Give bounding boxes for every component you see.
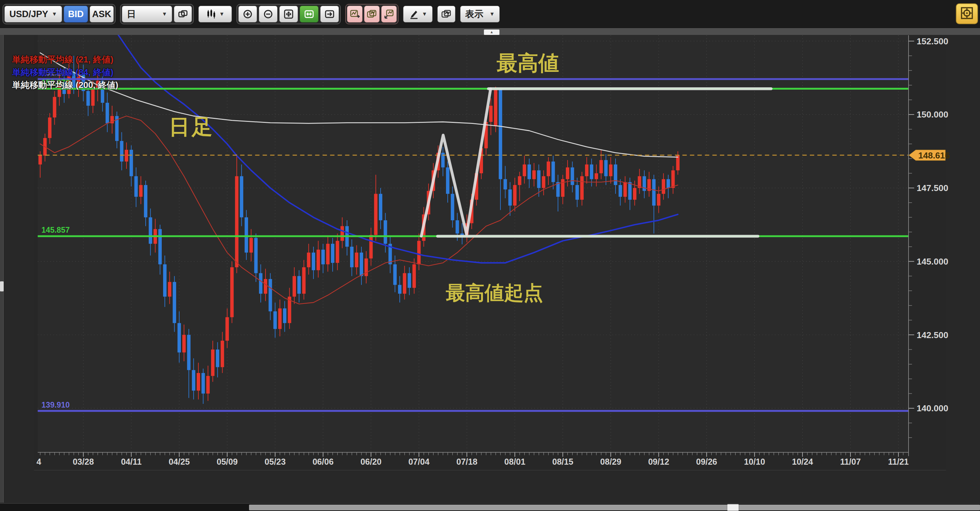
indicator-window-button[interactable]	[437, 6, 455, 22]
candle-body	[298, 276, 301, 293]
zoom-out-icon	[263, 9, 273, 19]
time-tick-label: 08/01	[504, 457, 526, 466]
timeframe-select[interactable]: 日 ▼	[122, 6, 172, 22]
chevron-down-icon: ▼	[219, 11, 224, 17]
price-tick-label: 150.000	[916, 110, 948, 119]
candle-body	[240, 176, 243, 217]
annotation-highest-origin[interactable]: 最高値起点	[446, 280, 543, 306]
candle-body	[230, 267, 234, 317]
fit-width-button[interactable]	[300, 6, 318, 22]
candle-body	[551, 161, 555, 182]
toolbar: USD/JPY ▼ BID ASK 日 ▼ ▼	[0, 0, 980, 28]
timeframe-group: 日 ▼	[120, 4, 194, 24]
candle-body	[518, 176, 521, 185]
candle-body	[623, 182, 627, 197]
candle-body	[207, 376, 210, 393]
candle-body	[614, 164, 617, 185]
panel-collapse-strip: ▲	[0, 28, 980, 35]
candle-body	[561, 179, 565, 197]
level-price-label: 139.910	[41, 401, 70, 409]
candle-body	[38, 156, 42, 164]
horizontal-scrollbar[interactable]	[0, 503, 980, 511]
annotation-highest[interactable]: 最高値	[497, 49, 559, 77]
candle-body	[350, 247, 353, 267]
candle-body	[48, 118, 51, 138]
time-tick-label: 07/04	[409, 457, 430, 466]
new-chart-button[interactable]	[347, 6, 363, 22]
scrollbar-grip[interactable]	[727, 504, 739, 511]
chart-canvas[interactable]: 151.208150.879145.857139.910 148.616 152…	[0, 35, 980, 504]
popout-chart-button[interactable]	[381, 6, 397, 22]
candle-body	[125, 150, 128, 161]
candle-body	[532, 170, 536, 179]
candle-body	[499, 90, 502, 179]
time-tick-label: 10/24	[792, 457, 813, 466]
price-tick-label: 145.000	[916, 256, 948, 267]
candle-body	[503, 179, 507, 190]
time-tick-label: 10/10	[744, 457, 765, 466]
annotation-daily[interactable]: 日足	[169, 113, 215, 141]
candle-body	[489, 106, 492, 122]
collapse-panel-button[interactable]: ▲	[484, 29, 500, 35]
bid-button[interactable]: BID	[64, 6, 88, 22]
zoom-group	[237, 4, 340, 24]
candle-body	[302, 267, 305, 294]
fit-width-icon	[304, 9, 314, 19]
candle-body	[173, 282, 176, 323]
plot-area[interactable]	[38, 35, 908, 452]
time-tick-label: 03/28	[73, 457, 94, 466]
chart-add-icon	[350, 9, 360, 19]
compare-symbol-button[interactable]	[174, 6, 192, 22]
legend-sma21[interactable]: 単純移動平均線 (21, 終値)	[12, 53, 118, 66]
candle-body	[53, 97, 56, 118]
time-tick-label: 11/07	[840, 457, 861, 466]
pan-icon	[283, 9, 294, 19]
candle-body	[446, 167, 449, 194]
candle-body	[657, 194, 660, 205]
candle-body	[566, 167, 569, 179]
legend-sma84[interactable]: 単純移動平均線 (84, 終値)	[12, 66, 118, 78]
legend-sma200[interactable]: 単純移動平均線 (200, 終値)	[12, 78, 118, 91]
go-to-latest-button[interactable]	[320, 6, 339, 22]
candle-body	[139, 185, 143, 197]
time-tick-label: 06/20	[360, 457, 382, 466]
candle-body	[393, 264, 397, 285]
zoom-in-button[interactable]	[238, 6, 257, 22]
trading-chart-app: USD/JPY ▼ BID ASK 日 ▼ ▼	[0, 0, 980, 511]
candle-body	[106, 103, 109, 123]
draw-tool-button[interactable]: ▼	[403, 6, 433, 22]
candle-body	[547, 161, 550, 176]
candle-body	[408, 273, 411, 288]
chart-type-button[interactable]: ▼	[198, 6, 232, 22]
left-panel-strip	[0, 35, 4, 503]
candle-body	[542, 176, 546, 188]
time-tick-label: 07/18	[457, 457, 477, 466]
candle-body	[604, 160, 608, 176]
candle-body	[340, 226, 344, 241]
zoom-out-button[interactable]	[259, 6, 278, 22]
display-menu-button[interactable]: 表示 ▼	[460, 6, 500, 22]
triangle-up-icon: ▲	[490, 30, 494, 34]
symbol-select[interactable]: USD/JPY ▼	[4, 6, 62, 22]
candle-body	[576, 185, 579, 200]
ask-button[interactable]: ASK	[90, 6, 114, 22]
indicator-chart-icon	[441, 9, 452, 19]
candle-body	[643, 176, 646, 191]
candle-body	[264, 279, 267, 294]
chevron-down-icon: ▼	[489, 11, 495, 17]
candle-body	[321, 250, 325, 264]
left-panel-handle[interactable]	[0, 281, 4, 291]
pan-mode-button[interactable]	[279, 6, 298, 22]
target-tool-button[interactable]	[956, 3, 978, 24]
candle-body	[652, 179, 655, 206]
candle-body	[168, 282, 171, 297]
duplicate-chart-button[interactable]	[364, 6, 380, 22]
chart-window-group	[345, 4, 398, 24]
candle-body	[187, 335, 190, 370]
candle-body	[494, 89, 497, 126]
scrollbar-thumb[interactable]	[249, 505, 980, 510]
candle-body	[182, 335, 186, 352]
candle-body	[417, 241, 420, 264]
time-tick-label: 05/09	[216, 457, 238, 466]
candle-body	[571, 167, 574, 185]
